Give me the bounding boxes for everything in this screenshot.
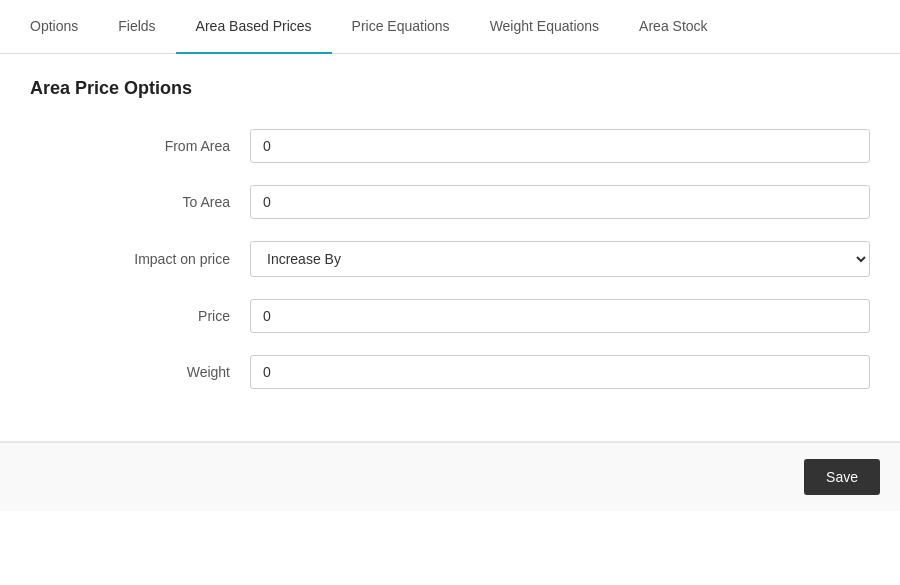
to-area-label: To Area (30, 194, 250, 210)
impact-on-price-row: Impact on price Increase By Decrease By … (30, 241, 870, 277)
tab-fields[interactable]: Fields (98, 0, 175, 54)
form-section: Area Price Options From Area To Area Imp… (0, 54, 900, 442)
tab-navigation: Options Fields Area Based Prices Price E… (0, 0, 900, 54)
tab-options[interactable]: Options (10, 0, 98, 54)
weight-input[interactable] (250, 355, 870, 389)
section-title: Area Price Options (30, 78, 870, 99)
impact-on-price-label: Impact on price (30, 251, 250, 267)
weight-label: Weight (30, 364, 250, 380)
impact-on-price-select[interactable]: Increase By Decrease By Set To (250, 241, 870, 277)
tab-area-based-prices[interactable]: Area Based Prices (176, 0, 332, 54)
weight-row: Weight (30, 355, 870, 389)
tab-weight-equations[interactable]: Weight Equations (470, 0, 619, 54)
to-area-row: To Area (30, 185, 870, 219)
to-area-input[interactable] (250, 185, 870, 219)
tab-area-stock[interactable]: Area Stock (619, 0, 727, 54)
from-area-label: From Area (30, 138, 250, 154)
from-area-row: From Area (30, 129, 870, 163)
footer-bar: Save (0, 442, 900, 511)
tab-price-equations[interactable]: Price Equations (332, 0, 470, 54)
price-label: Price (30, 308, 250, 324)
price-row: Price (30, 299, 870, 333)
price-input[interactable] (250, 299, 870, 333)
save-button[interactable]: Save (804, 459, 880, 495)
main-content: Area Price Options From Area To Area Imp… (0, 54, 900, 577)
from-area-input[interactable] (250, 129, 870, 163)
